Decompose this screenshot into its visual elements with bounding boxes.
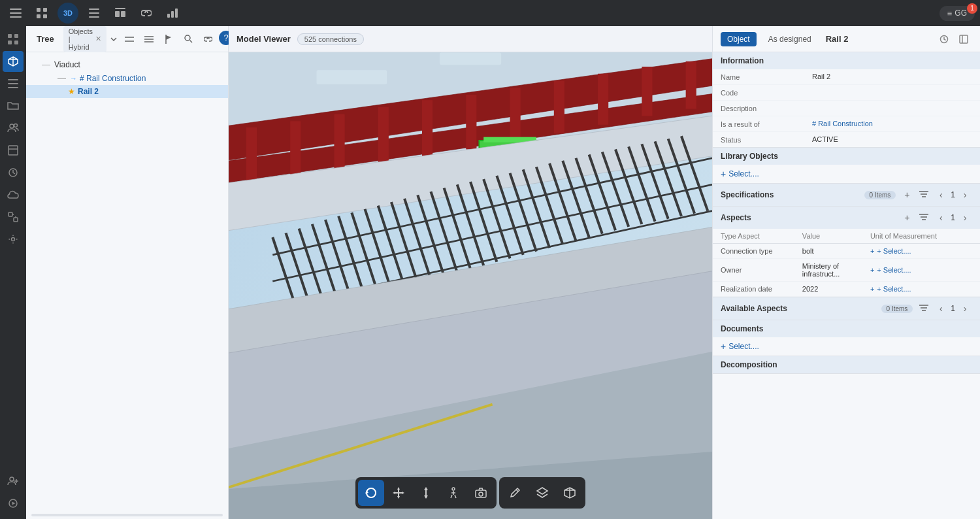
layers-button[interactable] <box>529 480 555 506</box>
available-aspects-prev-button[interactable]: ‹ <box>934 301 948 316</box>
svg-marker-124 <box>397 496 400 499</box>
svg-rect-68 <box>554 81 564 134</box>
viewer-title: Model Viewer <box>237 34 291 44</box>
sidebar-item-cloud[interactable] <box>3 184 24 205</box>
svg-rect-28 <box>8 146 18 155</box>
aspects-next-button[interactable]: › <box>958 210 972 225</box>
tree-tab[interactable]: Tree <box>31 31 59 46</box>
history-icon[interactable] <box>936 31 953 48</box>
aspects-row-connection: Connection type bolt + + Select.... <box>713 244 980 259</box>
aspects-prev-button[interactable]: ‹ <box>934 210 948 225</box>
tree-search-icon[interactable] <box>180 31 197 48</box>
sidebar-item-model[interactable] <box>3 51 24 72</box>
svg-rect-4 <box>43 8 47 12</box>
toolbar-group-nav <box>355 477 497 509</box>
3d-button[interactable]: 3D <box>57 3 78 24</box>
sidebar-item-play[interactable] <box>3 493 24 514</box>
camera-button[interactable] <box>468 480 494 506</box>
tree-link-icon[interactable] <box>199 31 216 48</box>
tree-flag-icon[interactable] <box>160 31 177 48</box>
tab-object[interactable]: Object <box>721 32 757 46</box>
svg-marker-129 <box>424 495 428 499</box>
sidebar-item-add-person[interactable] <box>3 471 24 492</box>
col-value: Value <box>802 232 870 240</box>
tree-format-icon[interactable] <box>140 31 157 48</box>
spec-add-button[interactable]: + <box>900 188 914 202</box>
tree-item-rail-construction[interactable]: — → # Rail Construction <box>26 71 228 85</box>
svg-rect-69 <box>598 74 608 125</box>
spec-filter-button[interactable] <box>917 188 931 202</box>
library-select-label: Select.... <box>728 169 759 178</box>
chart-icon[interactable] <box>162 3 183 24</box>
available-aspects-filter-button[interactable] <box>917 301 931 316</box>
sidebar-item-settings[interactable] <box>3 229 24 250</box>
library-objects-select[interactable]: + Select.... <box>713 165 980 183</box>
list-icon[interactable] <box>84 3 105 24</box>
aspect-unit-realization[interactable]: + + Select.... <box>870 285 972 293</box>
aspect-value-owner: Ministery of infrastruct... <box>802 262 870 278</box>
tree-scrollbar[interactable] <box>31 514 223 516</box>
tree-item-viaduct[interactable]: — Viaduct <box>26 58 228 71</box>
filter-dropdown-icon[interactable] <box>110 32 117 46</box>
rotate-button[interactable] <box>358 480 384 506</box>
spec-prev-button[interactable]: ‹ <box>934 188 948 202</box>
sidebar-item-users[interactable] <box>3 118 24 139</box>
viewer-3d[interactable] <box>229 52 712 519</box>
svg-line-133 <box>516 490 518 492</box>
filter-label: Objects | Hybrid <box>69 27 93 51</box>
section-specifications: Specifications 0 Items + ‹ 1 › <box>713 184 980 207</box>
tree-collapse-icon[interactable] <box>121 31 138 48</box>
aspect-unit-owner[interactable]: + + Select.... <box>870 266 972 274</box>
tree-item-rail2[interactable]: ★ Rail 2 <box>26 85 228 98</box>
available-aspects-next-button[interactable]: › <box>958 301 972 316</box>
sidebar-item-history[interactable] <box>3 162 24 183</box>
table-icon[interactable] <box>110 3 131 24</box>
scene-svg <box>229 52 712 519</box>
svg-marker-40 <box>12 502 16 505</box>
aspects-add-button[interactable]: + <box>900 210 914 225</box>
sidebar-item-window[interactable] <box>3 140 24 161</box>
documents-select-label: Select.... <box>728 342 759 351</box>
aspects-filter-button[interactable] <box>917 210 931 225</box>
svg-rect-55 <box>317 70 387 84</box>
aspect-value-connection: bolt <box>802 247 870 255</box>
row-status: Status ACTIVE <box>713 132 980 147</box>
sidebar-item-folder[interactable] <box>3 95 24 116</box>
aspects-row-owner: Owner Ministery of infrastruct... + + Se… <box>713 259 980 282</box>
sidebar-item-home[interactable] <box>3 29 24 50</box>
right-panel: Object As designed Rail 2 <box>712 26 980 519</box>
link-icon[interactable] <box>136 3 157 24</box>
pan-button[interactable] <box>385 480 412 506</box>
filter-close-icon[interactable]: ✕ <box>95 35 101 43</box>
svg-line-48 <box>189 41 192 43</box>
svg-rect-2 <box>10 16 22 18</box>
select-owner: + Select.... <box>877 266 911 274</box>
sidebar-item-transform[interactable] <box>3 207 24 227</box>
gg-menu[interactable]: ≡ GG 1 <box>939 6 975 21</box>
menu-icon[interactable] <box>5 3 26 24</box>
move-button[interactable] <box>413 480 439 506</box>
grid-icon[interactable] <box>31 3 52 24</box>
connections-badge[interactable]: 525 connections <box>297 33 364 45</box>
expand-icon[interactable] <box>955 31 972 48</box>
sidebar-item-list[interactable] <box>3 73 24 94</box>
tree-arrow-icon: → <box>70 75 77 82</box>
aspects-page: 1 <box>951 213 955 222</box>
svg-rect-71 <box>686 61 696 109</box>
documents-select[interactable]: + Select.... <box>713 337 980 356</box>
section-available-aspects: Available Aspects 0 Items ‹ 1 › <box>713 297 980 320</box>
tree-panel: Tree Objects | Hybrid ✕ <box>26 26 229 519</box>
svg-rect-5 <box>37 14 41 18</box>
walk-button[interactable] <box>440 480 466 506</box>
svg-marker-123 <box>397 487 400 490</box>
pencil-button[interactable] <box>502 480 528 506</box>
aspect-type-connection: Connection type <box>721 247 802 255</box>
aspect-unit-connection[interactable]: + + Select.... <box>870 247 972 255</box>
svg-rect-14 <box>171 11 174 18</box>
spec-page: 1 <box>951 190 955 199</box>
aspects-row-realization: Realization date 2022 + + Select.... <box>713 282 980 297</box>
spec-next-button[interactable]: › <box>958 188 972 202</box>
tree-filter-tag[interactable]: Objects | Hybrid ✕ <box>63 26 106 52</box>
tab-as-designed[interactable]: As designed <box>762 32 818 46</box>
cube-button[interactable] <box>557 480 583 506</box>
